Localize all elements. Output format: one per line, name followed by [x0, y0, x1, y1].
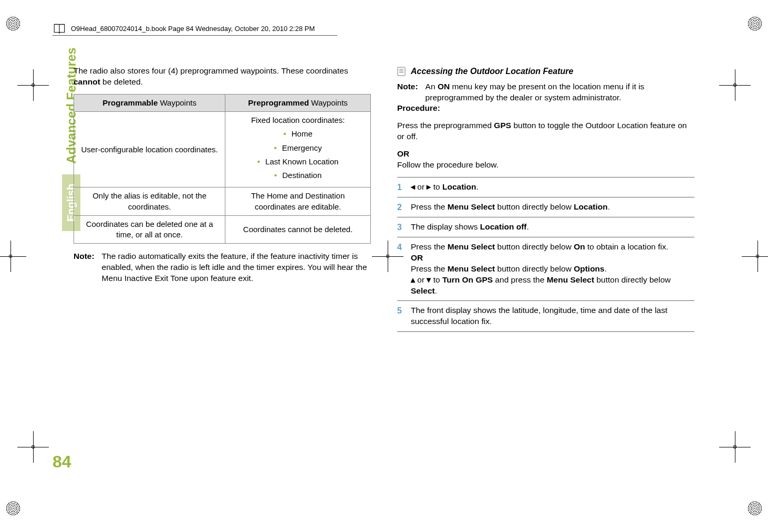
- left-arrow-icon: ◂: [411, 182, 415, 191]
- page-number: 84: [53, 452, 71, 472]
- intro-tail: be deleted.: [100, 77, 143, 86]
- col-header-preprogrammed: Preprogrammed Waypoints: [225, 94, 371, 111]
- book-icon: [53, 22, 66, 36]
- cell-home-dest-editable: The Home and Destination coordinates are…: [225, 187, 371, 216]
- procedure-text-2: Follow the procedure below.: [397, 160, 694, 171]
- procedure-label: Procedure:: [397, 103, 694, 114]
- registration-mark-icon: [24, 438, 42, 456]
- intro-paragraph: The radio also stores four (4) preprogra…: [74, 66, 371, 88]
- procedure-icon: [397, 67, 406, 76]
- step-3: The display shows Location off.: [397, 217, 694, 237]
- registration-mark-icon: [749, 247, 766, 265]
- list-item: Last Known Location: [231, 157, 365, 167]
- waypoints-table: Programmable Waypoints Preprogrammed Way…: [74, 94, 371, 244]
- procedure-steps: ◂ or ▸ to Location. Press the Menu Selec…: [397, 177, 694, 332]
- crop-mark-icon: [747, 500, 763, 516]
- subsection-heading: Accessing the Outdoor Location Feature: [397, 66, 694, 77]
- crop-mark-icon: [5, 16, 21, 32]
- registration-mark-icon: [24, 76, 42, 94]
- cell-can-delete: Coordinates can be deleted one at a time…: [74, 215, 225, 244]
- list-item: Destination: [231, 170, 365, 181]
- intro-bold: cannot: [74, 77, 100, 86]
- note-body: The radio automatically exits the featur…: [102, 251, 371, 284]
- registration-mark-icon: [2, 247, 19, 265]
- step-5: The front display shows the latitude, lo…: [397, 301, 694, 332]
- intro-text: The radio also stores four (4) preprogra…: [74, 66, 348, 75]
- note-label: Note:: [397, 81, 418, 103]
- step-4: Press the Menu Select button directly be…: [397, 237, 694, 301]
- right-column: Accessing the Outdoor Location Feature N…: [397, 66, 694, 479]
- step-1: ◂ or ▸ to Location.: [397, 177, 694, 197]
- list-item: Emergency: [231, 143, 365, 153]
- cell-alias-editable: Only the alias is editable, not the coor…: [74, 187, 225, 216]
- running-header: O9Head_68007024014_b.book Page 84 Wednes…: [71, 25, 315, 33]
- note-block: Note: An ON menu key may be present on t…: [397, 81, 694, 103]
- registration-mark-icon: [726, 76, 744, 94]
- left-column: The radio also stores four (4) preprogra…: [74, 66, 371, 479]
- subsection-title: Accessing the Outdoor Location Feature: [411, 66, 573, 77]
- col-header-programmable: Programmable Waypoints: [74, 94, 225, 111]
- fixed-lead: Fixed location coordinates:: [251, 116, 345, 124]
- note-label: Note:: [74, 251, 95, 284]
- crop-mark-icon: [5, 500, 21, 516]
- step-2: Press the Menu Select button directly be…: [397, 197, 694, 217]
- header-divider: [53, 35, 337, 36]
- svg-rect-0: [398, 67, 405, 76]
- note-body: An ON menu key may be present on the loc…: [425, 81, 694, 103]
- list-item: Home: [231, 129, 365, 139]
- procedure-text: Press the preprogrammed GPS button to to…: [397, 120, 694, 142]
- note-block: Note: The radio automatically exits the …: [74, 251, 371, 284]
- or-label: OR: [397, 149, 694, 160]
- cell-user-configurable: User-configurable location coordinates.: [74, 112, 225, 187]
- cell-cannot-delete: Coordinates cannot be deleted.: [225, 215, 371, 244]
- cell-fixed-locations: Fixed location coordinates: Home Emergen…: [225, 112, 371, 187]
- registration-mark-icon: [726, 438, 744, 456]
- crop-mark-icon: [747, 16, 763, 32]
- up-arrow-icon: ▴: [411, 275, 415, 284]
